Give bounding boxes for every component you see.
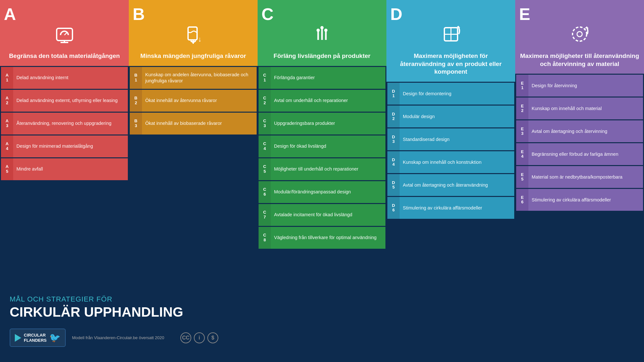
badge-C6: C6 bbox=[259, 181, 271, 203]
badge-E1: E1 bbox=[516, 75, 528, 97]
list-item: C7Avtalade incitament för ökad livslängd bbox=[259, 204, 385, 226]
badge-C5: C5 bbox=[259, 158, 271, 180]
list-item: B2Ökat innehåll av återvunna råvaror bbox=[130, 90, 257, 112]
svg-text:↓: ↓ bbox=[198, 35, 202, 43]
list-item: D4Kunskap om innehåll och konstruktion bbox=[387, 151, 514, 173]
col-A-header: A Begränsa den totala materialåtgången bbox=[0, 0, 129, 66]
col-D-items: D1Design för demonteringD2Modulär design… bbox=[386, 82, 515, 280]
badge-C3: C3 bbox=[259, 113, 271, 135]
list-item: A3Återanvändning, renovering och uppgrad… bbox=[1, 113, 128, 135]
list-item: C1Förlängda garantier bbox=[259, 67, 385, 89]
col-D-title: Maximera möjligheten för återanvändning … bbox=[390, 52, 511, 76]
col-B-header: B ↓ Minska mängden jungfruliga råvaror bbox=[129, 0, 258, 66]
col-A-letter: A bbox=[4, 6, 16, 23]
list-item: D6Stimulering av cirkulära affärsmodelle… bbox=[387, 197, 514, 219]
play-icon bbox=[15, 334, 21, 342]
item-text-E5: Material som är nedbrytbara/komposterbar… bbox=[528, 166, 643, 188]
badge-E2: E2 bbox=[516, 97, 528, 119]
badge-D3: D3 bbox=[387, 128, 400, 150]
badge-C1: C1 bbox=[259, 67, 271, 89]
item-text-A2: Delad användning externt, uthyrning elle… bbox=[13, 90, 128, 112]
badge-D4: D4 bbox=[387, 151, 400, 173]
bird-icon: 🐦 bbox=[49, 332, 61, 343]
column-E: E Maximera möjligheter till återanvändni… bbox=[515, 0, 644, 280]
list-item: C6Modulär/förändrings­anpassad design bbox=[259, 181, 385, 203]
bottom-left: MÅL OCH STRATEGIER FÖR CIRKULÄR UPPHANDL… bbox=[10, 295, 634, 347]
badge-C4: C4 bbox=[259, 135, 271, 157]
list-item: D5Avtal om återtagning och återanvändnin… bbox=[387, 174, 514, 196]
item-text-B2: Ökat innehåll av återvunna råvaror bbox=[142, 90, 257, 112]
badge-E6: E6 bbox=[516, 189, 528, 211]
item-text-A5: Mindre avfall bbox=[13, 158, 128, 180]
bottom-logo-area: CIRCULAR FLANDERS 🐦 Modell från Vlaander… bbox=[10, 329, 634, 347]
list-item: E5Material som är nedbrytbara/komposterb… bbox=[516, 166, 643, 188]
column-A: A Begränsa den totala materialåtgången A… bbox=[0, 0, 129, 280]
list-item: A2Delad användning externt, uthyrning el… bbox=[1, 90, 128, 112]
list-item: C2Avtal om underhåll och reparationer bbox=[259, 90, 385, 112]
col-A-items: A1Delad användning interntA2Delad använd… bbox=[0, 66, 129, 280]
item-text-C8: Vägledning från tillverkare för optimal … bbox=[271, 227, 385, 249]
item-text-D2: Modulär design bbox=[400, 106, 514, 127]
col-C-icon bbox=[312, 24, 333, 49]
item-text-B1: Kunskap om andelen återvunna, biobaserad… bbox=[142, 67, 257, 89]
list-item: B3Ökat innehåll av biobaserade råvaror bbox=[130, 113, 257, 135]
item-text-D4: Kunskap om innehåll och konstruktion bbox=[400, 151, 514, 173]
col-E-icon bbox=[569, 24, 590, 49]
badge-D5: D5 bbox=[387, 174, 400, 196]
col-A-icon bbox=[54, 24, 75, 49]
cc-icon: CC bbox=[180, 332, 191, 343]
item-text-C6: Modulär/förändrings­anpassad design bbox=[271, 181, 385, 203]
svg-point-17 bbox=[573, 27, 587, 41]
svg-line-1 bbox=[64, 32, 67, 35]
svg-rect-2 bbox=[188, 27, 197, 40]
list-item: C3Uppgraderingsbara produkter bbox=[259, 113, 385, 135]
list-item: C8Vägledning från tillverkare för optima… bbox=[259, 227, 385, 249]
license-icons: CC i $ bbox=[180, 332, 218, 343]
col-D-header: D Maximera möjligheten för återanvändnin… bbox=[386, 0, 515, 82]
badge-A4: A4 bbox=[1, 135, 13, 157]
item-text-C7: Avtalade incitament för ökad livslängd bbox=[271, 204, 385, 226]
badge-A2: A2 bbox=[1, 90, 13, 112]
svg-point-11 bbox=[320, 26, 324, 29]
item-text-D5: Avtal om återtagning och återanvändning bbox=[400, 174, 514, 196]
list-item: E2Kunskap om innehåll och material bbox=[516, 97, 643, 119]
badge-E5: E5 bbox=[516, 166, 528, 188]
badge-C8: C8 bbox=[259, 227, 271, 249]
badge-D2: D2 bbox=[387, 106, 400, 127]
badge-E3: E3 bbox=[516, 120, 528, 142]
dollar-icon: $ bbox=[207, 332, 218, 343]
col-C-letter: C bbox=[261, 6, 274, 23]
item-text-D1: Design för demontering bbox=[400, 83, 514, 105]
col-C-items: C1Förlängda garantierC2Avtal om underhål… bbox=[258, 66, 386, 280]
col-E-letter: E bbox=[519, 6, 530, 23]
list-item: D2Modulär design bbox=[387, 106, 514, 127]
list-item: E6Stimulering av cirkulära affärsmodelle… bbox=[516, 189, 643, 211]
col-E-header: E Maximera möjligheter till återanvändni… bbox=[515, 0, 644, 74]
badge-A3: A3 bbox=[1, 113, 13, 135]
col-A-title: Begränsa den totala materialåtgången bbox=[9, 52, 120, 60]
logo-text: CIRCULAR FLANDERS bbox=[24, 333, 47, 343]
svg-point-10 bbox=[317, 29, 320, 32]
item-text-E4: Begränsning eller förbud av farliga ämne… bbox=[528, 143, 643, 165]
column-C: C Förläng livslängden på produkter C1För… bbox=[258, 0, 386, 280]
badge-B1: B1 bbox=[130, 67, 142, 89]
column-B: B ↓ Minska mängden jungfruliga råvaror B… bbox=[129, 0, 258, 280]
column-D: D Maximera möjligheten för återanvändnin… bbox=[386, 0, 515, 280]
list-item: C4Design för ökad livslängd bbox=[259, 135, 385, 157]
item-text-E1: Design för återvinning bbox=[528, 75, 643, 97]
list-item: D1Design för demontering bbox=[387, 83, 514, 105]
badge-E4: E4 bbox=[516, 143, 528, 165]
item-text-A1: Delad användning internt bbox=[13, 67, 128, 89]
list-item: E3Avtal om återtagning och återvinning bbox=[516, 120, 643, 142]
bottom-title: CIRKULÄR UPPHANDLING bbox=[10, 305, 634, 320]
svg-point-12 bbox=[324, 29, 327, 32]
list-item: A4Design för minimerad materialåtgång bbox=[1, 135, 128, 157]
col-E-items: E1Design för återvinningE2Kunskap om inn… bbox=[515, 74, 644, 280]
badge-A5: A5 bbox=[1, 158, 13, 180]
badge-C7: C7 bbox=[259, 204, 271, 226]
item-text-C3: Uppgraderingsbara produkter bbox=[271, 113, 385, 135]
list-item: E1Design för återvinning bbox=[516, 75, 643, 97]
bottom-section: MÅL OCH STRATEGIER FÖR CIRKULÄR UPPHANDL… bbox=[0, 280, 644, 362]
circular-flanders-logo: CIRCULAR FLANDERS 🐦 bbox=[10, 329, 66, 347]
item-text-D3: Standardiserad design bbox=[400, 128, 514, 150]
